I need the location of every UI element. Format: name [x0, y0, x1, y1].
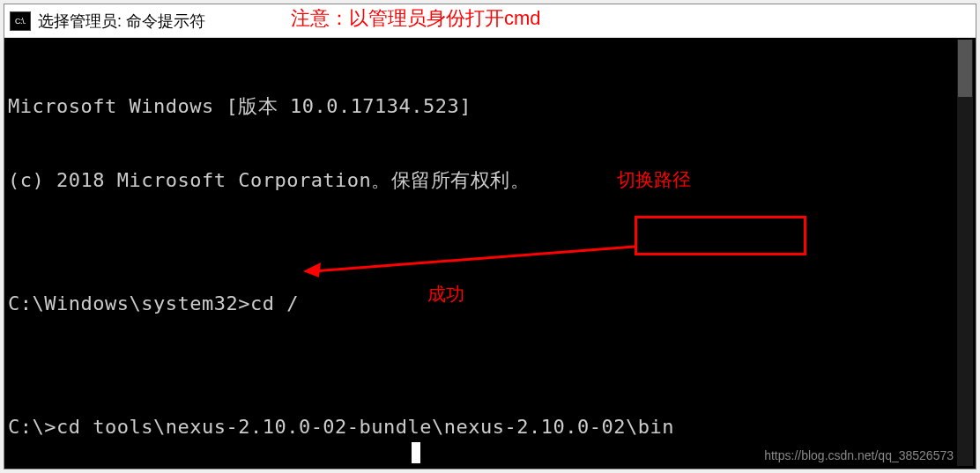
terminal-line: Microsoft Windows [版本 10.0.17134.523]	[8, 94, 972, 119]
command-prompt-window: C:\. 选择管理员: 命令提示符 Microsoft Windows [版本 …	[4, 4, 976, 469]
watermark-text: https://blog.csdn.net/qq_38526573	[764, 448, 954, 462]
window-title: 选择管理员: 命令提示符	[38, 11, 205, 32]
bottom-cursor-artifact	[412, 442, 420, 463]
terminal-line: (c) 2018 Microsoft Corporation。保留所有权利。	[8, 168, 972, 193]
terminal-body[interactable]: Microsoft Windows [版本 10.0.17134.523] (c…	[4, 38, 976, 469]
terminal-line: C:\>cd tools\nexus-2.10.0-02-bundle\nexu…	[8, 415, 972, 440]
cmd-icon: C:\.	[10, 11, 31, 31]
scrollbar-thumb[interactable]	[958, 40, 972, 97]
vertical-scrollbar[interactable]	[957, 40, 973, 466]
terminal-line: C:\Windows\system32>cd /	[8, 292, 972, 316]
window-titlebar[interactable]: C:\. 选择管理员: 命令提示符	[4, 4, 976, 38]
